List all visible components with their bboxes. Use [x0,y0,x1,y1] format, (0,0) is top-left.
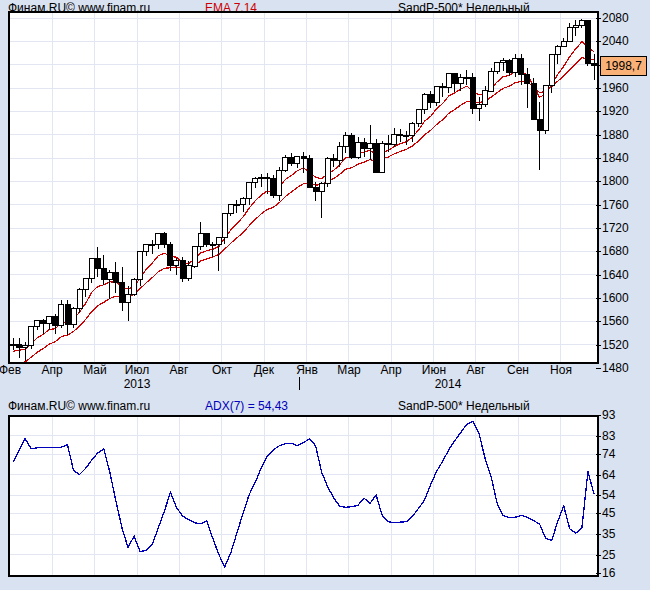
price-tick-label: 2040 [602,34,629,48]
adx-tick-label: 25 [602,548,615,562]
month-label: Апр [380,363,401,377]
price-tick-label: 1960 [602,81,629,95]
month-label: Янв [296,363,318,377]
brand-text-bottom: Финам.RU© www.finam.ru [8,399,150,413]
adx-axis-tick [596,573,601,574]
price-tick-label: 1880 [602,128,629,142]
price-axis-tick [596,41,601,42]
price-axis-tick [596,321,601,322]
price-plot [8,11,599,364]
price-tick-label: 2080 [602,11,629,25]
price-axis-tick [596,275,601,276]
adx-axis-tick [596,534,601,535]
price-tick-label: 1840 [602,151,629,165]
adx-chart-canvas [10,417,597,575]
last-price-badge: 1998,7 [600,56,647,76]
month-label: Май [83,363,107,377]
price-tick-label: 1800 [602,174,629,188]
adx-tick-label: 74 [602,447,615,461]
price-tick-label: 1680 [602,244,629,258]
adx-axis-tick [596,415,601,416]
year-label: 2013 [124,377,151,391]
adx-indicator-label: ADX(7) = 54,43 [205,399,288,413]
adx-axis-tick [596,513,601,514]
month-label: Ноя [550,363,572,377]
adx-axis-tick [596,555,601,556]
price-tick-label: 1640 [602,268,629,282]
price-axis-tick [596,135,601,136]
month-label: Окт [212,363,232,377]
price-tick-label: 1520 [602,338,629,352]
candles [11,19,597,361]
adx-tick-label: 35 [602,527,615,541]
adx-plot [8,415,599,577]
price-axis-tick [596,88,601,89]
adx-tick-label: 16 [602,566,615,580]
year-label: 2014 [435,377,462,391]
adx-line [13,421,594,567]
adx-axis-tick [596,495,601,496]
month-label: Фев [0,363,21,377]
adx-axis-tick [596,436,601,437]
month-label: Дек [254,363,274,377]
price-tick-label: 1760 [602,198,629,212]
price-tick-label: 1920 [602,104,629,118]
price-axis-tick [596,205,601,206]
price-axis-tick [596,18,601,19]
price-axis-tick [596,368,601,369]
price-chart-canvas [10,13,597,362]
adx-tick-label: 45 [602,506,615,520]
price-tick-label: 1720 [602,221,629,235]
year-divider-tick [299,377,300,390]
adx-axis-tick [596,475,601,476]
adx-tick-label: 54 [602,488,615,502]
price-axis-tick [596,251,601,252]
price-tick-label: 1480 [602,361,629,375]
ema-14-line [13,58,594,362]
instrument-label-bottom: SandP-500* Недельный [398,399,530,413]
month-label: Июн [422,363,446,377]
finam-chart-page: { "colors": { "page_bg": "#d9e2f0", "plo… [0,0,650,590]
price-axis-tick [596,181,601,182]
adx-tick-label: 83 [602,429,615,443]
month-label: Июл [125,363,149,377]
adx-tick-label: 64 [602,468,615,482]
price-axis-tick [596,158,601,159]
month-label: Сен [507,363,529,377]
price-axis-tick [596,345,601,346]
price-tick-label: 1600 [602,291,629,305]
month-label: Апр [41,363,62,377]
month-label: Авг [467,363,486,377]
price-axis-tick [596,298,601,299]
adx-tick-label: 93 [602,408,615,422]
adx-axis-tick [596,454,601,455]
price-axis-tick [596,228,601,229]
price-tick-label: 1560 [602,314,629,328]
price-axis-tick [596,111,601,112]
month-label: Авг [170,363,189,377]
month-label: Мар [337,363,360,377]
